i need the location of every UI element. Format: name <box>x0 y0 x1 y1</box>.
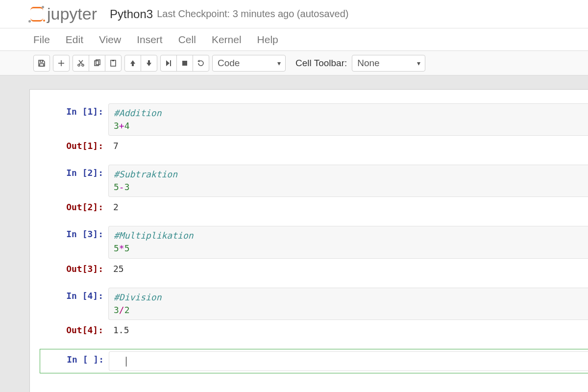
menu-cell[interactable]: Cell <box>178 34 196 46</box>
output-cell: Out[2]:2 <box>30 199 588 215</box>
restart-button[interactable] <box>193 55 209 72</box>
svg-marker-14 <box>166 60 170 66</box>
code-cell[interactable]: In [2]:#Subtraktion 5-3 <box>30 165 588 197</box>
jupyter-logo: jupyter <box>29 4 97 24</box>
out-prompt: Out[2]: <box>30 199 108 215</box>
jupyter-logo-text: jupyter <box>47 4 97 24</box>
code-input[interactable]: #Multiplikation 5*5 <box>108 226 588 258</box>
add-cell-button[interactable] <box>53 55 70 72</box>
save-button[interactable] <box>33 55 50 72</box>
svg-rect-1 <box>40 64 44 66</box>
notebook-header: jupyter Python3 Last Checkpoint: 3 minut… <box>0 0 588 28</box>
save-icon <box>38 59 46 67</box>
copy-button[interactable] <box>89 55 105 72</box>
in-prompt: In [4]: <box>30 288 108 320</box>
cell-toolbar-label: Cell Toolbar: <box>295 58 347 69</box>
text-cursor-icon <box>126 357 126 367</box>
in-prompt: In [1]: <box>30 103 108 136</box>
code-input[interactable]: #Subtraktion 5-3 <box>108 165 588 197</box>
in-prompt: In [ ]: <box>40 351 109 371</box>
svg-rect-15 <box>170 60 171 66</box>
svg-marker-13 <box>147 60 151 66</box>
svg-rect-0 <box>40 60 43 62</box>
paste-button[interactable] <box>105 55 122 72</box>
arrow-down-icon <box>145 59 153 67</box>
svg-rect-16 <box>182 61 187 66</box>
svg-rect-11 <box>112 60 114 61</box>
notebook-container: In [1]:#Addition 3+4Out[1]:7In [2]:#Subt… <box>29 89 588 392</box>
move-up-button[interactable] <box>124 55 141 72</box>
menu-insert[interactable]: Insert <box>137 34 163 46</box>
cut-button[interactable] <box>73 55 89 72</box>
checkpoint-status: Last Checkpoint: 3 minutes ago (autosave… <box>157 8 348 20</box>
svg-point-5 <box>82 64 84 66</box>
code-cell[interactable]: In [4]:#Division 3/2 <box>30 288 588 320</box>
output-cell: Out[3]:25 <box>30 261 588 277</box>
menu-kernel[interactable]: Kernel <box>212 34 242 46</box>
paste-icon <box>109 59 117 67</box>
jupyter-logo-icon <box>29 7 44 22</box>
output-text: 2 <box>108 199 588 215</box>
cut-icon <box>77 59 85 67</box>
plus-icon <box>57 59 65 67</box>
in-prompt: In [3]: <box>30 226 108 258</box>
code-cell[interactable]: In [1]:#Addition 3+4 <box>30 103 588 136</box>
output-text: 1.5 <box>108 322 588 338</box>
output-text: 25 <box>108 261 588 277</box>
menu-file[interactable]: File <box>33 34 50 46</box>
move-down-button[interactable] <box>141 55 157 72</box>
edit-group <box>73 55 122 72</box>
arrow-up-icon <box>129 59 137 67</box>
in-prompt: In [2]: <box>30 165 108 197</box>
run-group <box>160 55 209 72</box>
run-icon <box>165 59 172 67</box>
code-cell[interactable]: In [3]:#Multiplikation 5*5 <box>30 226 588 258</box>
output-cell: Out[4]:1.5 <box>30 322 588 338</box>
svg-marker-12 <box>130 60 135 66</box>
code-input[interactable]: #Addition 3+4 <box>108 103 588 136</box>
svg-marker-17 <box>197 60 199 62</box>
out-prompt: Out[3]: <box>30 261 108 277</box>
cell-toolbar-select[interactable]: None <box>352 55 425 72</box>
stop-icon <box>181 59 189 67</box>
menu-edit[interactable]: Edit <box>66 34 83 46</box>
interrupt-button[interactable] <box>176 55 193 72</box>
cell-toolbar-select-wrap: None <box>352 55 425 72</box>
run-button[interactable] <box>160 55 177 72</box>
code-input[interactable]: #Division 3/2 <box>108 288 588 320</box>
move-group <box>124 55 157 72</box>
svg-point-4 <box>78 64 80 66</box>
output-cell: Out[1]:7 <box>30 138 588 154</box>
toolbar: Code Cell Toolbar: None <box>0 51 588 75</box>
code-cell-empty[interactable]: In [ ]: <box>40 349 588 373</box>
output-text: 7 <box>108 138 588 154</box>
notebook-name[interactable]: Python3 <box>110 7 153 21</box>
code-input[interactable] <box>109 351 588 371</box>
out-prompt: Out[4]: <box>30 322 108 338</box>
cell-type-select-wrap: Code <box>212 55 286 72</box>
out-prompt: Out[1]: <box>30 138 108 154</box>
menubar: File Edit View Insert Cell Kernel Help <box>0 28 588 51</box>
copy-icon <box>93 59 101 67</box>
cell-type-select[interactable]: Code <box>212 55 286 72</box>
restart-icon <box>197 59 205 67</box>
menu-view[interactable]: View <box>99 34 121 46</box>
menu-help[interactable]: Help <box>257 34 278 46</box>
